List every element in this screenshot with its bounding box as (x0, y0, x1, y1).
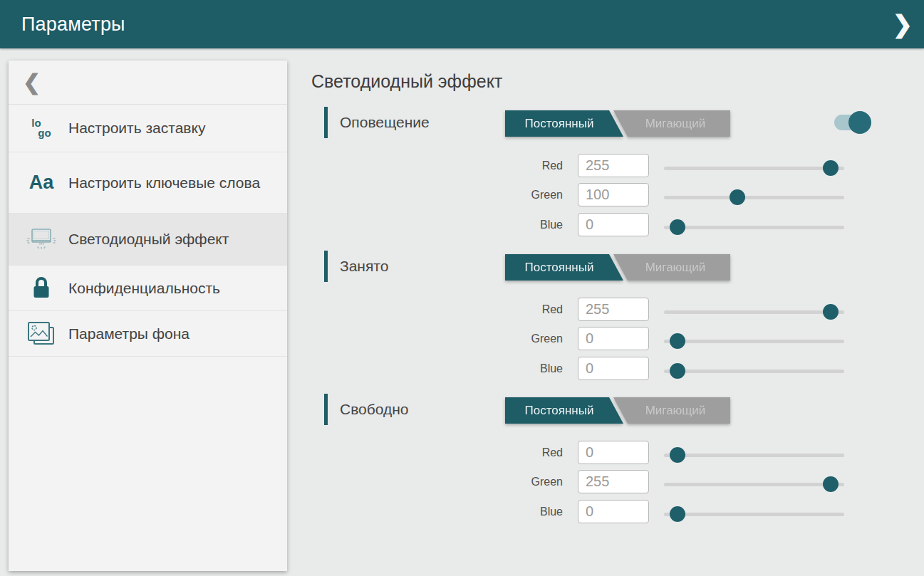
blue-input[interactable] (578, 357, 649, 380)
slider-track[interactable] (664, 454, 844, 457)
slider-track[interactable] (664, 513, 844, 516)
green-input[interactable] (578, 327, 649, 350)
red-input[interactable] (578, 154, 649, 177)
slider-thumb[interactable] (670, 447, 685, 463)
slider-track[interactable] (664, 370, 844, 373)
green-label: Green (506, 470, 563, 493)
app-header: Параметры ❯ (0, 0, 924, 48)
slider-thumb[interactable] (670, 333, 685, 349)
slider-track[interactable] (664, 167, 844, 170)
led-section-notification: Оповещение Постоянный Мигающий Red Green… (324, 100, 887, 242)
sidebar-item-led-effect[interactable]: Светодиодный эффект (9, 214, 287, 266)
red-label: Red (506, 154, 563, 177)
logo-icon: logo (23, 118, 60, 139)
green-slider[interactable] (664, 473, 844, 496)
red-label: Red (506, 298, 563, 321)
green-input[interactable] (578, 183, 649, 206)
green-slider[interactable] (664, 186, 844, 209)
green-label: Green (506, 327, 563, 350)
accent-bar (324, 107, 328, 138)
tab-steady[interactable]: Постоянный (505, 397, 623, 424)
slider-thumb[interactable] (670, 506, 685, 522)
sidebar-item-label: Параметры фона (60, 324, 190, 344)
red-label: Red (506, 441, 563, 464)
tab-steady[interactable]: Постоянный (505, 110, 623, 137)
settings-sidebar: ❮ logo Настроить заставку Aa Настроить к… (9, 61, 287, 571)
green-slider[interactable] (664, 330, 844, 353)
led-monitor-icon (23, 226, 60, 252)
red-slider[interactable] (664, 300, 844, 324)
keywords-icon: Aa (23, 173, 60, 192)
slider-track[interactable] (664, 340, 844, 343)
page-title: Параметры (21, 0, 125, 48)
slider-thumb[interactable] (823, 476, 839, 492)
slider-track[interactable] (664, 483, 844, 486)
blue-label: Blue (506, 500, 563, 523)
section-label: Оповещение (340, 114, 430, 131)
green-label: Green (506, 183, 563, 206)
background-images-icon (23, 320, 60, 347)
slider-thumb[interactable] (823, 304, 839, 320)
accent-bar (324, 394, 328, 425)
sidebar-back-row[interactable]: ❮ (9, 61, 287, 105)
red-input[interactable] (578, 298, 649, 321)
green-input[interactable] (578, 470, 649, 493)
led-section-busy: Занято Постоянный Мигающий Red Green Blu… (324, 244, 887, 386)
blue-slider[interactable] (664, 360, 844, 383)
accent-bar (324, 251, 328, 282)
led-enabled-toggle[interactable] (834, 111, 886, 134)
chevron-right-icon[interactable]: ❯ (893, 0, 913, 48)
sidebar-item-label: Светодиодный эффект (60, 229, 229, 249)
blue-input[interactable] (578, 213, 649, 236)
slider-thumb[interactable] (823, 160, 839, 176)
sidebar-item-background[interactable]: Параметры фона (9, 311, 287, 357)
toggle-knob (848, 111, 871, 134)
sidebar-item-label: Настроить ключевые слова (60, 173, 260, 193)
sidebar-item-label: Конфиденциальность (60, 278, 220, 298)
tab-blinking[interactable]: Мигающий (609, 110, 730, 137)
section-label: Занято (340, 258, 388, 275)
sidebar-item-label: Настроить заставку (60, 118, 205, 138)
chevron-left-icon[interactable]: ❮ (23, 72, 41, 93)
slider-thumb[interactable] (730, 189, 745, 205)
red-slider[interactable] (664, 444, 844, 467)
tab-steady[interactable]: Постоянный (505, 254, 623, 281)
slider-track[interactable] (664, 310, 844, 314)
section-label: Свободно (340, 401, 409, 418)
tab-blinking[interactable]: Мигающий (609, 254, 730, 281)
sidebar-item-keywords[interactable]: Aa Настроить ключевые слова (9, 152, 287, 214)
slider-thumb[interactable] (670, 363, 685, 379)
red-slider[interactable] (664, 157, 844, 180)
slider-track[interactable] (664, 196, 844, 199)
slider-track[interactable] (664, 226, 844, 229)
slider-thumb[interactable] (670, 219, 685, 235)
tab-blinking[interactable]: Мигающий (609, 397, 730, 424)
lock-icon (23, 276, 60, 301)
sidebar-item-privacy[interactable]: Конфиденциальность (9, 266, 287, 311)
section-title: Светодиодный эффект (311, 71, 502, 92)
blue-slider[interactable] (664, 503, 844, 526)
sidebar-item-splash-screen[interactable]: logo Настроить заставку (9, 105, 287, 152)
blue-slider[interactable] (664, 216, 844, 239)
blue-label: Blue (506, 213, 563, 236)
led-section-free: Свободно Постоянный Мигающий Red Green B… (324, 387, 887, 529)
blue-input[interactable] (578, 500, 649, 523)
blue-label: Blue (506, 357, 563, 380)
red-input[interactable] (578, 441, 649, 464)
